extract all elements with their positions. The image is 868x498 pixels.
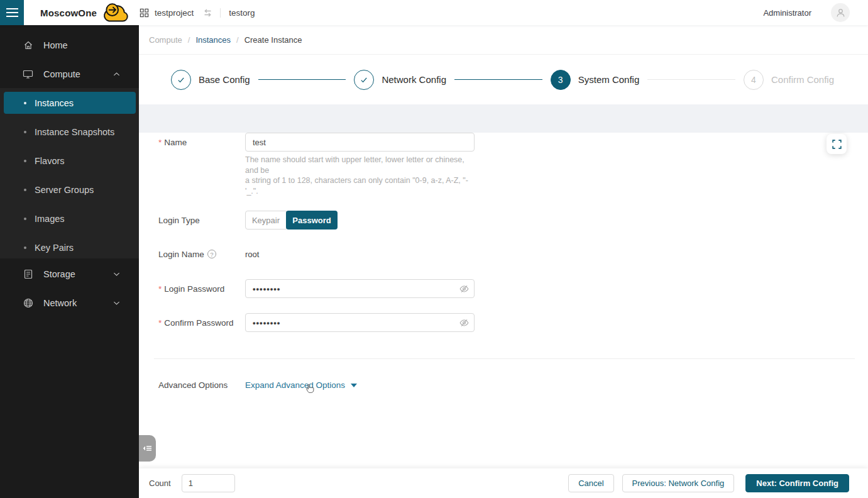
sidebar-item-label: Images [35,214,65,224]
header-divider [220,8,221,18]
compute-icon [23,69,33,79]
sidebar-item-storage[interactable]: Storage [0,265,139,282]
confirm-password-field [245,313,475,332]
step-system-config: 3 System Config [551,70,640,90]
required-mark: * [158,284,162,294]
sidebar-item-label: Key Pairs [35,243,74,253]
sidebar-item-label: Compute [43,69,80,79]
check-icon [359,75,369,85]
step-base-config: Base Config [171,70,250,90]
login-name-value: root [245,250,259,259]
expand-advanced-options-link[interactable]: Expand Advanced Options [245,380,357,390]
switch-project-icon[interactable] [203,8,212,18]
bullet-icon [24,131,26,133]
fullscreen-icon [832,140,842,149]
sidebar-item-compute[interactable]: Compute [0,65,139,82]
sidebar-item-network[interactable]: Network [0,294,139,311]
sidebar-item-label: Server Groups [35,185,94,195]
toggle-password-visibility-button[interactable] [459,284,469,294]
previous-step-button[interactable]: Previous: Network Config [622,474,735,492]
menu-fold-icon [143,444,153,453]
storage-icon [23,269,33,279]
user-role-label[interactable]: Administrator [763,8,811,18]
project-switcher[interactable]: testproject testorg [140,8,255,18]
chevron-down-icon [113,269,120,279]
bullet-icon [24,189,26,191]
name-label: * Name [158,138,245,147]
brand-name: MoscowOne [40,8,97,18]
sidebar-item-server-groups[interactable]: Server Groups [4,179,136,201]
login-type-password-button[interactable]: Password [286,211,338,230]
step-active-circle: 3 [551,70,571,90]
sidebar-item-flavors[interactable]: Flavors [4,150,136,172]
name-input[interactable] [245,133,475,152]
bullet-icon [24,160,26,162]
step-network-config: Network Config [354,70,446,90]
login-password-field [245,279,475,298]
breadcrumb-compute: Compute [149,35,182,45]
cancel-button[interactable]: Cancel [568,474,613,492]
sidebar-nav: Home Compute Instances Instance Snapshot… [0,25,139,498]
login-password-input[interactable] [245,279,475,298]
required-mark: * [158,318,162,328]
section-gap [139,104,868,113]
form-divider [154,358,855,359]
confirm-password-row: * Confirm Password [139,313,868,332]
system-config-form: * Name The name should start with upper … [139,133,868,479]
step-connector [647,79,735,80]
login-name-label: Login Name ? [158,250,245,259]
sidebar-item-instance-snapshots[interactable]: Instance Snapshots [4,121,136,143]
confirm-password-input[interactable] [245,313,475,332]
step-label: Confirm Config [771,74,834,85]
project-name[interactable]: testproject [155,8,194,18]
fullscreen-toggle-button[interactable] [827,134,847,154]
caret-down-icon [351,384,357,387]
step-number: 4 [751,75,756,85]
confirm-password-label: * Confirm Password [158,318,245,328]
eye-off-icon [459,284,469,294]
toggle-password-visibility-button[interactable] [459,318,469,328]
breadcrumb-separator: / [236,35,239,45]
step-connector [258,79,346,80]
eye-off-icon [459,318,469,328]
org-name[interactable]: testorg [229,8,255,18]
header-right: Administrator [763,3,868,22]
app-window: MoscowOne testproject testorg Ad [0,0,868,498]
advanced-options-label: Advanced Options [158,380,245,390]
sidebar-item-label: Instance Snapshots [35,127,114,137]
login-password-row: * Login Password [139,279,868,298]
person-icon [835,8,846,18]
sidebar-item-label: Home [43,40,68,50]
home-icon [23,40,33,50]
advanced-options-row: Advanced Options Expand Advanced Options [139,380,868,390]
step-label: System Config [578,74,640,85]
breadcrumb-current-page: Create Instance [244,35,302,45]
top-header: MoscowOne testproject testorg Ad [0,0,868,25]
chevron-up-icon [113,69,120,79]
sidebar-item-key-pairs[interactable]: Key Pairs [4,236,136,258]
sidebar-item-home[interactable]: Home [0,36,139,53]
step-connector [454,79,542,80]
login-type-row: Login Type Keypair Password [139,211,868,230]
step-pending-circle: 4 [744,70,764,90]
sidebar-item-images[interactable]: Images [4,208,136,230]
step-label: Network Config [382,74,446,85]
wizard-steps: Base Config Network Config 3 System Conf… [139,55,868,104]
avatar[interactable] [831,3,850,22]
step-number: 3 [558,75,563,85]
breadcrumb-instances-link[interactable]: Instances [195,35,231,45]
hamburger-menu-button[interactable] [0,0,24,25]
login-name-row: Login Name ? root [139,245,868,263]
help-question-icon[interactable]: ? [207,250,216,258]
step-confirm-config: 4 Confirm Config [744,70,834,90]
grid-icon [140,8,149,18]
login-type-keypair-button[interactable]: Keypair [245,211,287,230]
step-label: Base Config [199,74,250,85]
sidebar-item-instances[interactable]: Instances [4,92,136,114]
login-password-label: * Login Password [158,284,245,294]
sidebar-collapse-handle[interactable] [139,435,156,462]
count-input[interactable] [182,474,235,492]
required-mark: * [158,138,162,147]
next-step-button[interactable]: Next: Confirm Config [745,474,849,492]
sidebar-item-label: Network [43,298,77,308]
